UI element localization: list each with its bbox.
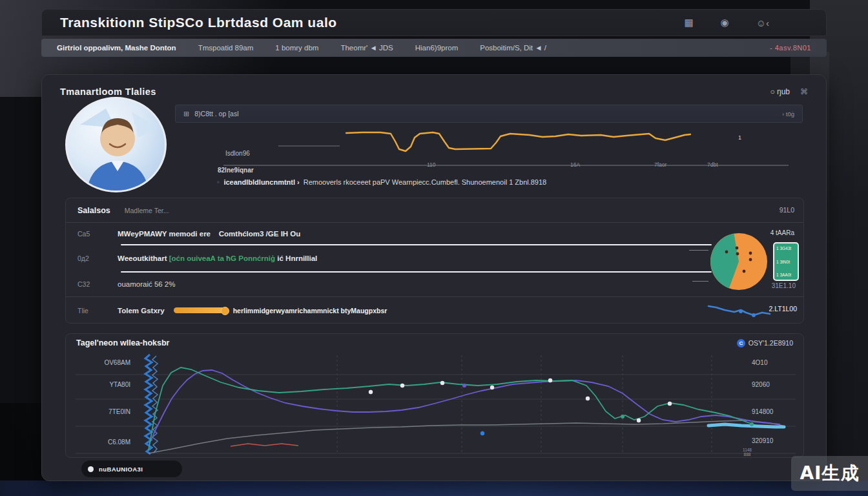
x-tick-2: 7faor [654,161,666,168]
refresh-control[interactable]: ○ ŋub ⌘ [770,87,808,96]
row-text: ouamoraić 56 2% [118,280,176,288]
multi-line-chart-panel: Tagel'neon wllea-hoksbr C OSY'1.2E8910 O… [65,333,804,458]
table-title: Salalsos [78,206,110,215]
row-text: MWeyPMAWY memodi ere Comthćlom3 /GE IH O… [118,230,300,238]
row-key: 0д2 [78,254,118,262]
status-dot-icon [88,466,94,472]
avatar [65,97,167,192]
nav-item-0[interactable]: Girtriol oppoalivm, Mashe Donton [57,44,176,52]
grid-icon: ⊞ [183,110,189,118]
caption-text: Remooverls rkoceeet paPV Wearnpiecc.Cumb… [304,178,546,186]
nav-item-1[interactable]: Tmspoatid 89am [198,44,254,52]
footer-status-label: nuBAUNIOA3I [99,466,143,473]
nav-item-2[interactable]: 1 bomry dbm [275,44,318,52]
row1-value: 4 tAARa [770,229,794,236]
table-row[interactable]: Tlie Tolem Gstxry herlimmidgerwyamricham… [66,296,803,324]
change-value: - 4asv.8N01 [770,44,811,52]
user-icon[interactable]: ☺‹ [756,17,769,28]
pie-leader-line [689,250,708,251]
series1-label: Isdlon96 [225,150,250,157]
legend-row: 1 3AA0t [776,273,796,277]
green-series-line [149,367,781,450]
main-card: Tmanartloom Tlalies ○ ŋub ⌘ ⊞ 8)C8tt . o… [41,74,827,481]
bottom-chart-title: Tagel'neon wllea-hoksbr [76,338,169,347]
red-series-line [231,444,298,446]
titlebar-icons: ▦ ◉ ☺‹ [684,17,808,28]
ai-watermark: AI生成 [791,456,868,491]
progress-pill [174,307,227,313]
more-icon[interactable]: ⌘ [800,87,808,96]
series2-label: 82lne9iqnar [218,167,254,174]
pie-leader-line [692,281,708,282]
row-text: Tolem Gstxry [118,307,165,315]
legend-row: 1 3G43t [776,246,796,251]
card-title: Tmanartloom Tlalies [60,87,156,97]
navbar: Girtriol oppoalivm, Mashe Donton Tmspoat… [41,39,827,57]
pie-chart [709,232,769,291]
chart-toolbar-label: 8)C8tt . op [asl [194,110,238,118]
chart-caption: ● iceandlbldluncnmtntl › Remooverls rkoc… [216,178,546,186]
chart-range-selector[interactable]: › t0ġ [782,110,794,118]
stats-table: Salalsos Madleme Ter... 91L0 Ca5 MWeyPMA… [65,198,804,324]
purple-series-line [149,370,780,446]
bullet-icon: ● [216,179,220,185]
chart-footnote: 1148 888 [743,448,752,457]
bottom-chart-value: C OSY'1.2E8910 [737,339,793,347]
table-row[interactable]: Ca5 MWeyPMAWY memodi ere Comthćlom3 /GE … [66,223,803,245]
row-key: Tlie [78,307,118,315]
card-header: Tmanartloom Tlalies ○ ŋub ⌘ [42,81,826,102]
table-total-value: 91L0 [780,206,794,214]
row-key: Ca5 [78,230,118,238]
row3-value: 31E1.10 [772,282,796,289]
bottom-accent-strip [0,480,868,496]
chart-toolbar[interactable]: ⊞ 8)C8tt . op [asl › t0ġ [175,105,803,123]
row-text-highlight: [oćn ouiveaA ta ħG Ponnćrniģ [169,254,275,262]
sparkline [705,302,778,322]
globe-icon[interactable]: ◉ [721,17,729,28]
nav-item-4[interactable]: Hian6)9prom [415,44,458,52]
footer-status-button[interactable]: nuBAUNIOA3I [81,460,182,477]
bottom-chart-header: Tagel'neon wllea-hoksbr C OSY'1.2E8910 [66,334,803,352]
multi-line-chart [66,352,805,458]
orange-series-line [346,132,690,151]
table-subtitle[interactable]: Madleme Ter... [125,207,169,214]
table-row[interactable]: 0д2 Weeoutkithart [oćn ouiveaA ta ħG Pon… [66,245,803,272]
badge-icon[interactable]: ▦ [684,17,693,28]
blue-cluster-spike-2 [152,356,158,453]
blue-data-dots [480,431,484,435]
table-row[interactable]: C32 ouamoraić 56 2% [66,272,803,296]
chart-marker: 1 [738,134,741,141]
gray-series-line [149,420,783,453]
app-title: Transkitionn StipSCo Lbrtdasd Oam ualo [60,15,337,30]
table-header: Salalsos Madleme Ter... [66,198,803,223]
x-tick-1: 16A [570,161,580,168]
refresh-icon[interactable]: ○ ŋub [770,87,790,96]
nav-item-5[interactable]: Posboitim/S, Dit ◄ / [480,44,546,52]
pie-legend: 1 3G43t 1 3tN0t 1 3AA0t [773,242,799,281]
row-text: Weeoutkithart [oćn ouiveaA ta ħG Ponnćrn… [118,254,317,262]
purple-data-dots [462,384,466,388]
row-key: C32 [78,280,118,288]
top-line-chart: Isdlon96 82lne9iqnar 1 110 16A 7faor 7db… [175,123,803,182]
x-tick-0: 110 [427,161,436,168]
titlebar: Transkitionn StipSCo Lbrtdasd Oam ualo ▦… [41,9,827,36]
currency-icon: C [737,339,745,347]
legend-row: 1 3tN0t [776,260,796,264]
x-tick-3: 7dbt [707,161,718,168]
caption-strong: iceandlbldluncnmtntl › [223,178,299,186]
nav-item-3[interactable]: Theomr' ◄ JDS [340,44,393,52]
row-note: herlimmidgerwyamrichammnickt btyMaugpxbs… [233,307,388,315]
